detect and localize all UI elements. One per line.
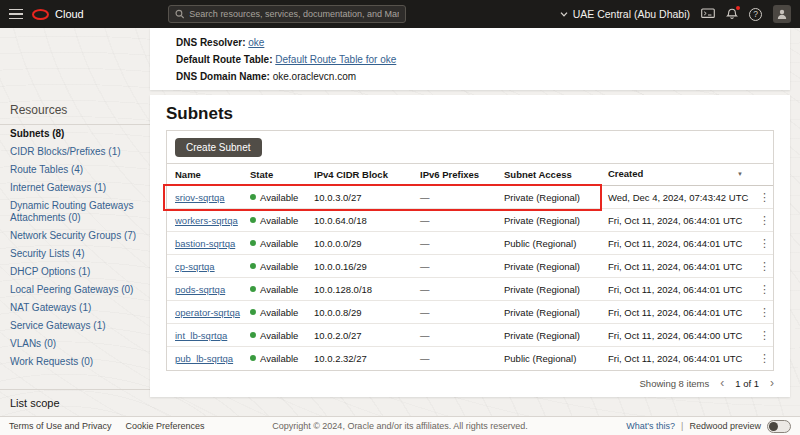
ipv6-prefixes-cell: — bbox=[412, 255, 496, 278]
profile-avatar[interactable] bbox=[773, 5, 791, 23]
row-actions-icon[interactable]: ⋮ bbox=[759, 260, 770, 272]
search-icon bbox=[175, 9, 184, 19]
cookie-preferences-link[interactable]: Cookie Preferences bbox=[126, 421, 205, 431]
ipv6-prefixes-cell: — bbox=[412, 232, 496, 255]
sidebar-item[interactable]: DHCP Options (1) bbox=[0, 263, 150, 281]
created-cell: Fri, Oct 11, 2024, 06:44:01 UTC bbox=[600, 232, 751, 255]
redwood-preview-label: Redwood preview bbox=[689, 421, 761, 431]
next-page-button[interactable]: › bbox=[770, 378, 774, 388]
sidebar-item[interactable]: Route Tables (4) bbox=[0, 161, 150, 179]
ipv4-cidr-cell: 10.0.64.0/18 bbox=[306, 209, 412, 232]
status-cell: Available bbox=[250, 192, 298, 203]
menu-icon[interactable] bbox=[0, 0, 32, 28]
column-header-created[interactable]: Created ▼ bbox=[600, 164, 751, 186]
sidebar-item[interactable]: Internet Gateways (1) bbox=[0, 179, 150, 197]
subnet-name-link[interactable]: cp-sqrtqa bbox=[175, 261, 215, 272]
terms-link[interactable]: Terms of Use and Privacy bbox=[9, 421, 112, 431]
row-actions-icon[interactable]: ⋮ bbox=[759, 237, 770, 249]
chevron-down-icon bbox=[560, 12, 568, 17]
row-actions-icon[interactable]: ⋮ bbox=[759, 352, 770, 364]
list-scope-section: List scope bbox=[0, 389, 150, 409]
subnet-name-link[interactable]: operator-sqrtqa bbox=[175, 307, 240, 318]
subnet-name-link[interactable]: sriov-sqrtqa bbox=[175, 192, 225, 203]
create-subnet-button[interactable]: Create Subnet bbox=[175, 138, 262, 157]
row-actions-icon[interactable]: ⋮ bbox=[759, 283, 770, 295]
table-toolbar: Create Subnet bbox=[167, 131, 773, 163]
subnet-access-cell: Private (Regional) bbox=[496, 186, 600, 209]
status-dot-icon bbox=[250, 286, 256, 292]
subnet-name-link[interactable]: int_lb-sqrtqa bbox=[175, 330, 227, 341]
ipv6-prefixes-cell: — bbox=[412, 324, 496, 347]
sidebar-item[interactable]: Security Lists (4) bbox=[0, 245, 150, 263]
sidebar-title: Resources bbox=[0, 95, 150, 124]
sidebar-item[interactable]: Network Security Groups (7) bbox=[0, 227, 150, 245]
subnet-access-cell: Private (Regional) bbox=[496, 301, 600, 324]
status-label: Available bbox=[260, 284, 298, 295]
sort-descending-icon[interactable]: ▼ bbox=[737, 168, 743, 181]
status-cell: Available bbox=[250, 284, 298, 295]
status-dot-icon bbox=[250, 217, 256, 223]
status-cell: Available bbox=[250, 238, 298, 249]
column-header-state: State bbox=[242, 164, 306, 186]
sidebar-item[interactable]: NAT Gateways (1) bbox=[0, 299, 150, 317]
search-input[interactable] bbox=[189, 9, 399, 19]
oracle-cloud-logo[interactable]: Cloud bbox=[32, 8, 84, 20]
row-actions-icon[interactable]: ⋮ bbox=[759, 306, 770, 318]
subnet-access-cell: Private (Regional) bbox=[496, 255, 600, 278]
status-cell: Available bbox=[250, 261, 298, 272]
previous-page-button[interactable]: ‹ bbox=[720, 378, 724, 388]
top-navigation-bar: Cloud UAE Central (Abu Dhabi) bbox=[0, 0, 800, 28]
sidebar-item[interactable]: CIDR Blocks/Prefixes (1) bbox=[0, 143, 150, 161]
subnet-access-cell: Private (Regional) bbox=[496, 209, 600, 232]
status-label: Available bbox=[260, 238, 298, 249]
ipv6-prefixes-cell: — bbox=[412, 301, 496, 324]
region-label: UAE Central (Abu Dhabi) bbox=[573, 8, 690, 20]
subnet-name-link[interactable]: pub_lb-sqrtqa bbox=[175, 353, 233, 364]
ipv4-cidr-cell: 10.0.3.0/27 bbox=[306, 186, 412, 209]
created-cell: Fri, Oct 11, 2024, 06:44:01 UTC bbox=[600, 255, 751, 278]
cloud-shell-icon[interactable] bbox=[701, 8, 715, 20]
ipv4-cidr-cell: 10.0.0.8/29 bbox=[306, 301, 412, 324]
table-row: workers-sqrtqa Available 10.0.64.0/18 — … bbox=[167, 209, 773, 232]
table-header-row: Name State IPv4 CIDR Block IPv6 Prefixes… bbox=[167, 164, 773, 186]
ipv4-cidr-cell: 10.0.0.16/29 bbox=[306, 255, 412, 278]
row-actions-icon[interactable]: ⋮ bbox=[759, 214, 770, 226]
status-label: Available bbox=[260, 215, 298, 226]
row-actions-icon[interactable]: ⋮ bbox=[759, 191, 770, 203]
status-cell: Available bbox=[250, 215, 298, 226]
redwood-preview-toggle[interactable] bbox=[767, 420, 791, 433]
sidebar-item[interactable]: Work Requests (0) bbox=[0, 353, 150, 371]
sidebar-item[interactable]: Subnets (8) bbox=[0, 125, 150, 143]
ipv4-cidr-cell: 10.0.128.0/18 bbox=[306, 278, 412, 301]
detail-value[interactable]: oke bbox=[248, 37, 264, 48]
sidebar-item[interactable]: Service Gateways (1) bbox=[0, 317, 150, 335]
subnets-table: Name State IPv4 CIDR Block IPv6 Prefixes… bbox=[167, 163, 773, 370]
global-search[interactable] bbox=[168, 5, 406, 23]
ipv6-prefixes-cell: — bbox=[412, 209, 496, 232]
whats-this-link[interactable]: What's this? bbox=[626, 421, 675, 431]
subnet-name-link[interactable]: bastion-sqrtqa bbox=[175, 238, 235, 249]
column-header-ipv6-prefixes: IPv6 Prefixes bbox=[412, 164, 496, 186]
sidebar-item[interactable]: Dynamic Routing Gateways Attachments (0) bbox=[0, 197, 150, 227]
detail-label: DNS Domain Name: bbox=[176, 71, 273, 82]
ipv6-prefixes-cell: — bbox=[412, 278, 496, 301]
subnet-access-cell: Private (Regional) bbox=[496, 278, 600, 301]
announcements-bell-icon[interactable] bbox=[726, 8, 738, 20]
row-actions-icon[interactable]: ⋮ bbox=[759, 329, 770, 341]
sidebar-items: Subnets (8)CIDR Blocks/Prefixes (1)Route… bbox=[0, 125, 150, 371]
detail-value[interactable]: Default Route Table for oke bbox=[275, 54, 396, 65]
region-selector[interactable]: UAE Central (Abu Dhabi) bbox=[560, 8, 690, 20]
column-header-name: Name bbox=[167, 164, 242, 186]
footer-right: What's this? | Redwood preview bbox=[626, 420, 791, 433]
topbar-actions: UAE Central (Abu Dhabi) ? bbox=[560, 5, 800, 23]
sidebar-item[interactable]: Local Peering Gateways (0) bbox=[0, 281, 150, 299]
subnet-name-link[interactable]: pods-sqrtqa bbox=[175, 284, 225, 295]
brand-label: Cloud bbox=[55, 8, 84, 20]
subnet-access-cell: Private (Regional) bbox=[496, 324, 600, 347]
footer: Terms of Use and Privacy Cookie Preferen… bbox=[0, 416, 800, 435]
sidebar-item[interactable]: VLANs (0) bbox=[0, 335, 150, 353]
subnet-name-link[interactable]: workers-sqrtqa bbox=[175, 215, 238, 226]
help-icon[interactable]: ? bbox=[749, 8, 762, 21]
status-dot-icon bbox=[250, 263, 256, 269]
ipv4-cidr-cell: 10.0.0.0/29 bbox=[306, 232, 412, 255]
